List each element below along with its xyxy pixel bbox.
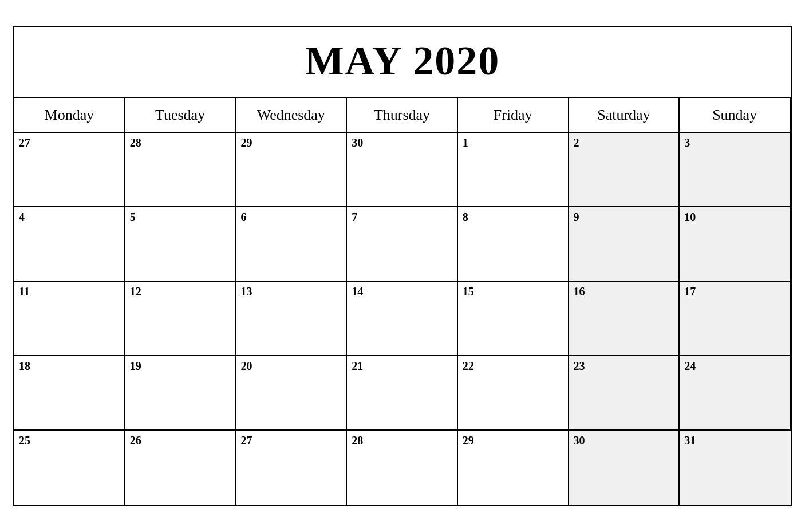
day-cell[interactable]: 11 — [14, 282, 125, 356]
day-cell[interactable]: 29 — [236, 133, 347, 207]
day-cell[interactable]: 20 — [236, 356, 347, 431]
day-cell[interactable]: 3 — [680, 133, 791, 207]
day-cell[interactable]: 31 — [680, 431, 791, 505]
day-number: 12 — [130, 285, 141, 298]
day-number: 16 — [574, 285, 585, 298]
day-number: 1 — [463, 136, 468, 149]
day-number: 9 — [574, 211, 579, 223]
day-number: 3 — [684, 136, 690, 149]
day-number: 25 — [19, 434, 30, 447]
day-number: 22 — [463, 360, 474, 372]
day-cell[interactable]: 17 — [680, 282, 791, 356]
day-number: 7 — [352, 211, 357, 223]
day-number: 30 — [352, 136, 363, 149]
day-cell[interactable]: 13 — [236, 282, 347, 356]
day-number: 6 — [240, 211, 246, 223]
day-number: 11 — [19, 285, 30, 298]
day-cell[interactable]: 4 — [14, 207, 125, 282]
day-header-monday: Monday — [14, 98, 125, 133]
day-header-saturday: Saturday — [569, 98, 680, 133]
day-number: 15 — [463, 285, 474, 298]
day-cell[interactable]: 28 — [347, 431, 458, 505]
day-cell[interactable]: 6 — [236, 207, 347, 282]
calendar-grid: MondayTuesdayWednesdayThursdayFridaySatu… — [14, 98, 791, 505]
calendar-title: MAY 2020 — [14, 27, 791, 98]
day-header-sunday: Sunday — [680, 98, 791, 133]
day-cell[interactable]: 18 — [14, 356, 125, 431]
day-cell[interactable]: 1 — [458, 133, 569, 207]
day-number: 30 — [574, 434, 585, 447]
day-cell[interactable]: 8 — [458, 207, 569, 282]
day-cell[interactable]: 29 — [458, 431, 569, 505]
day-number: 28 — [352, 434, 363, 447]
day-number: 31 — [684, 434, 696, 447]
day-number: 4 — [19, 211, 25, 223]
day-cell[interactable]: 9 — [569, 207, 680, 282]
day-cell[interactable]: 30 — [347, 133, 458, 207]
day-number: 5 — [130, 211, 136, 223]
day-number: 17 — [684, 285, 696, 298]
day-cell[interactable]: 15 — [458, 282, 569, 356]
day-cell[interactable]: 5 — [125, 207, 236, 282]
day-cell[interactable]: 10 — [680, 207, 791, 282]
day-cell[interactable]: 14 — [347, 282, 458, 356]
day-cell[interactable]: 7 — [347, 207, 458, 282]
day-number: 27 — [19, 136, 30, 149]
day-number: 23 — [574, 360, 585, 372]
day-cell[interactable]: 22 — [458, 356, 569, 431]
day-cell[interactable]: 23 — [569, 356, 680, 431]
day-header-thursday: Thursday — [347, 98, 458, 133]
day-cell[interactable]: 12 — [125, 282, 236, 356]
day-number: 27 — [240, 434, 252, 447]
day-number: 26 — [130, 434, 141, 447]
day-cell[interactable]: 27 — [14, 133, 125, 207]
day-number: 29 — [240, 136, 252, 149]
day-cell[interactable]: 25 — [14, 431, 125, 505]
day-number: 10 — [684, 211, 696, 223]
day-cell[interactable]: 28 — [125, 133, 236, 207]
day-cell[interactable]: 24 — [680, 356, 791, 431]
day-number: 21 — [352, 360, 363, 372]
day-header-friday: Friday — [458, 98, 569, 133]
day-cell[interactable]: 19 — [125, 356, 236, 431]
day-number: 28 — [130, 136, 141, 149]
day-cell[interactable]: 2 — [569, 133, 680, 207]
day-number: 14 — [352, 285, 363, 298]
day-header-tuesday: Tuesday — [125, 98, 236, 133]
day-header-wednesday: Wednesday — [236, 98, 347, 133]
day-number: 18 — [19, 360, 30, 372]
day-cell[interactable]: 26 — [125, 431, 236, 505]
day-number: 8 — [463, 211, 468, 223]
day-number: 29 — [463, 434, 474, 447]
day-cell[interactable]: 27 — [236, 431, 347, 505]
day-cell[interactable]: 16 — [569, 282, 680, 356]
day-number: 20 — [240, 360, 252, 372]
day-number: 13 — [240, 285, 252, 298]
day-number: 2 — [574, 136, 579, 149]
day-cell[interactable]: 30 — [569, 431, 680, 505]
calendar: MAY 2020 MondayTuesdayWednesdayThursdayF… — [13, 26, 792, 506]
day-cell[interactable]: 21 — [347, 356, 458, 431]
day-number: 24 — [684, 360, 696, 372]
day-number: 19 — [130, 360, 141, 372]
